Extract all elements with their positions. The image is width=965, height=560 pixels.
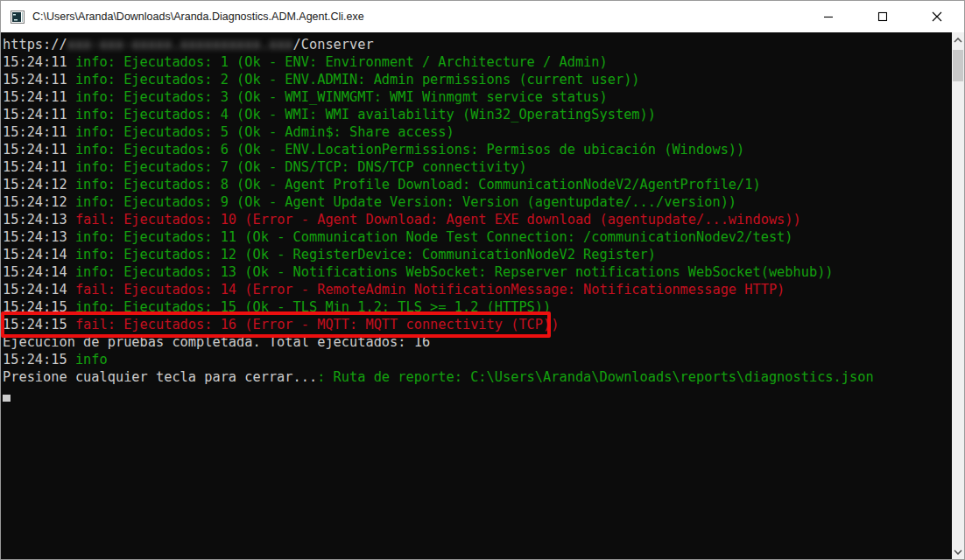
console-text-segment: fail: Ejecutados: 16 (Error - MQTT: MQTT… (75, 317, 560, 332)
window-controls (801, 1, 964, 32)
console-text-segment: info: Ejecutados: 13 (Ok - Notifications… (75, 264, 834, 280)
minimize-button[interactable] (801, 1, 856, 32)
window-title: C:\Users\Aranda\Downloads\Aranda.Diagnos… (32, 10, 364, 23)
console-text-segment: https:// (3, 37, 67, 52)
console-line: 15:24:15 info (3, 351, 950, 368)
scroll-up-button[interactable] (952, 32, 964, 47)
console-line: 15:24:13 info: Ejecutados: 11 (Ok - Comm… (3, 228, 950, 246)
console-text-segment: 15:24:11 (3, 54, 75, 70)
console-text-segment: info: Ejecutados: 3 (Ok - WMI_WINMGMT: W… (75, 89, 608, 105)
console-text-segment: info: Ejecutados: 1 (Ok - ENV: Environme… (75, 54, 608, 70)
console-text-segment: info: Ejecutados: 8 (Ok - Agent Profile … (75, 177, 761, 192)
console-lines: https://xxx-xxx-xxxxx.xxxxxxxxxx.xxx/Con… (3, 36, 950, 386)
console-text-segment: 15:24:14 (3, 282, 75, 298)
close-button[interactable] (910, 1, 964, 32)
console-text-segment: 15:24:12 (3, 177, 75, 192)
console-text-segment: 15:24:13 (3, 212, 75, 228)
console-text-segment: info (75, 352, 108, 368)
console-text-segment: 15:24:13 (3, 229, 75, 245)
console-line: Presione cualquier tecla para cerrar...:… (3, 368, 950, 386)
console-line: 15:24:11 info: Ejecutados: 3 (Ok - WMI_W… (3, 88, 950, 106)
console-line: 15:24:14 info: Ejecutados: 13 (Ok - Noti… (3, 263, 950, 281)
console-text-segment: info: Ejecutados: 4 (Ok - WMI: WMI avail… (75, 107, 656, 122)
maximize-icon (877, 11, 888, 22)
scrollbar[interactable] (952, 32, 964, 559)
console-line: 15:24:13 fail: Ejecutados: 10 (Error - A… (3, 211, 950, 228)
console-line: 15:24:15 info: Ejecutados: 15 (Ok - TLS … (3, 298, 950, 316)
redacted-host: xxx-xxx-xxxxx.xxxxxxxxxx.xxx (67, 37, 293, 52)
console-text-segment: info: Ejecutados: 2 (Ok - ENV.ADMIN: Adm… (75, 72, 640, 88)
console-line: 15:24:11 info: Ejecutados: 6 (Ok - ENV.L… (3, 141, 950, 158)
console-line: 15:24:11 info: Ejecutados: 4 (Ok - WMI: … (3, 106, 950, 123)
scroll-down-button[interactable] (952, 544, 964, 559)
console-line: https://xxx-xxx-xxxxx.xxxxxxxxxx.xxx/Con… (3, 36, 950, 53)
console-text-segment: 15:24:14 (3, 264, 75, 280)
console-window: C:\Users\Aranda\Downloads\Aranda.Diagnos… (0, 0, 965, 560)
console-text-segment: Presione cualquier tecla para cerrar... (3, 369, 317, 385)
console-text-segment: 15:24:11 (3, 72, 75, 88)
console-text-segment: info: Ejecutados: 7 (Ok - DNS/TCP: DNS/T… (75, 159, 527, 175)
console-line: 15:24:14 info: Ejecutados: 12 (Ok - Regi… (3, 246, 950, 263)
console-line: 15:24:12 info: Ejecutados: 9 (Ok - Agent… (3, 193, 950, 211)
console-text-segment: info: Ejecutados: 11 (Ok - Communication… (75, 229, 793, 245)
console-text-segment: fail: Ejecutados: 10 (Error - Agent Down… (75, 212, 801, 228)
console-line: 15:24:11 info: Ejecutados: 7 (Ok - DNS/T… (3, 158, 950, 176)
console-line: Ejecución de pruebas completada. Total e… (3, 333, 950, 351)
console-text-segment: 15:24:11 (3, 142, 75, 158)
console-text-segment: /Conserver (293, 37, 374, 52)
maximize-button[interactable] (856, 1, 910, 32)
console-line: 15:24:11 info: Ejecutados: 5 (Ok - Admin… (3, 123, 950, 141)
console-text-segment: 15:24:11 (3, 89, 75, 105)
console-text-segment: 15:24:15 (3, 352, 75, 368)
console-line: 15:24:11 info: Ejecutados: 1 (Ok - ENV: … (3, 53, 950, 71)
chevron-up-icon (954, 38, 962, 43)
close-icon (932, 11, 942, 22)
console-text-segment: 15:24:11 (3, 124, 75, 140)
minimize-icon (823, 11, 834, 22)
console-text-segment: 15:24:11 (3, 159, 75, 175)
console-text-segment: info: Ejecutados: 15 (Ok - TLS Min 1.2: … (75, 299, 551, 315)
console-line: 15:24:14 fail: Ejecutados: 14 (Error - R… (3, 281, 950, 298)
console-text-segment: info: Ejecutados: 12 (Ok - RegisterDevic… (75, 247, 656, 262)
console-text-segment: 15:24:15 (3, 299, 75, 315)
console-text-segment: : Ruta de reporte: C:\Users\Aranda\Downl… (317, 369, 873, 385)
terminal-cursor (3, 395, 11, 402)
console-text-segment: info: Ejecutados: 9 (Ok - Agent Update V… (75, 194, 736, 210)
console-text-segment: 15:24:15 (3, 317, 75, 332)
console-line: 15:24:11 info: Ejecutados: 2 (Ok - ENV.A… (3, 71, 950, 88)
console-line: 15:24:12 info: Ejecutados: 8 (Ok - Agent… (3, 176, 950, 193)
console-text-segment: info: Ejecutados: 5 (Ok - Admin$: Share … (75, 124, 454, 140)
console-app-icon (11, 10, 25, 24)
chevron-down-icon (954, 550, 962, 555)
console-text-segment: fail: Ejecutados: 14 (Error - RemoteAdmi… (75, 282, 785, 298)
console-text-segment: 15:24:12 (3, 194, 75, 210)
console-line: 15:24:15 fail: Ejecutados: 16 (Error - M… (3, 316, 950, 333)
console-text-segment: Ejecución de pruebas completada. Total e… (3, 334, 430, 350)
scrollbar-thumb[interactable] (953, 50, 963, 81)
console-text-segment: info: Ejecutados: 6 (Ok - ENV.LocationPe… (75, 142, 744, 158)
console-text-segment: 15:24:14 (3, 247, 75, 262)
console-text-segment: 15:24:11 (3, 107, 75, 122)
title-bar: C:\Users\Aranda\Downloads\Aranda.Diagnos… (1, 1, 964, 32)
console-output[interactable]: https://xxx-xxx-xxxxx.xxxxxxxxxx.xxx/Con… (1, 32, 964, 559)
